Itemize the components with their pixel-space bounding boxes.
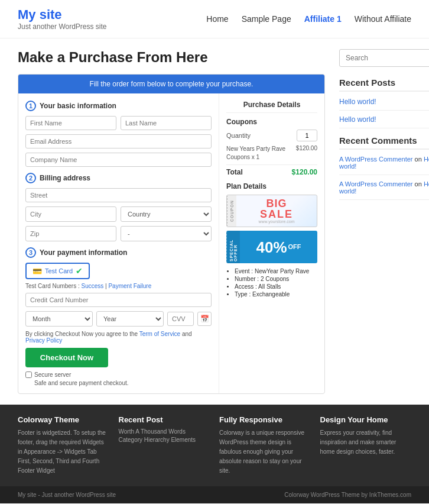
country-select[interactable]: Country <box>121 206 212 222</box>
name-row <box>25 116 212 130</box>
big-sale-text: BIG <box>266 198 287 209</box>
month-year-cvv-row: Month Year 📅 <box>25 311 212 327</box>
total-label: Total <box>226 168 243 176</box>
plan-title: Plan Details <box>226 182 317 190</box>
page-title: Make a Purchase From Here <box>18 49 325 66</box>
privacy-link[interactable]: Privacy Policy <box>25 337 62 344</box>
comment-author-0[interactable]: A WordPress Commenter <box>339 156 413 163</box>
email-input[interactable] <box>25 134 212 148</box>
city-country-row: Country <box>25 206 212 222</box>
footer-col2: Recent Post Worth A Thousand Words Categ… <box>119 415 210 476</box>
total-row: Total $120.00 <box>226 164 317 176</box>
comment-author-1[interactable]: A WordPress Commenter <box>339 180 413 188</box>
coupon1-side-label: COUPON <box>227 195 236 227</box>
firstname-input[interactable] <box>25 116 116 130</box>
cvv-input[interactable] <box>167 312 194 326</box>
company-row <box>25 153 212 167</box>
coupon-40off: SPECIAL OFFER 40% OFF <box>226 231 317 263</box>
calendar-icon[interactable]: 📅 <box>197 312 212 326</box>
sidebar: 🔍 Recent Posts Hello world! Hello world!… <box>339 49 429 394</box>
main-wrapper: Make a Purchase From Here Fill the order… <box>0 38 429 405</box>
header: My site Just another WordPress site Home… <box>0 0 429 38</box>
nav-home[interactable]: Home <box>206 14 228 24</box>
zip-row: - <box>25 226 212 241</box>
comment-item-0: A WordPress Commenter on Hello world! <box>339 156 429 175</box>
city-input[interactable] <box>25 206 116 222</box>
test-card-btn[interactable]: 💳 Test Card ✔ <box>25 263 90 279</box>
terms-link[interactable]: Term of Service <box>139 331 180 337</box>
footer-col2-link-1[interactable]: Category Hierarchy Elements <box>119 437 210 443</box>
post-link-1[interactable]: Hello world! <box>339 115 429 128</box>
total-price: $120.00 <box>292 168 317 176</box>
item-row: New Years Party Rave Coupons x 1 $120.00 <box>226 145 317 161</box>
form-right: Purchase Details Coupons Quantity New Ye… <box>219 93 324 393</box>
lastname-input[interactable] <box>121 116 212 130</box>
nav-sample-page[interactable]: Sample Page <box>242 14 291 24</box>
recent-comments-title: Recent Comments <box>339 135 429 150</box>
section3-label: Your payment information <box>40 248 127 257</box>
section2-label: Billing address <box>40 174 90 182</box>
company-input[interactable] <box>25 153 212 167</box>
section1-header: 1 Your basic information <box>25 101 212 111</box>
coupon2-side-label: SPECIAL OFFER <box>226 231 240 263</box>
footer-col3: Fully Responsive Colorway is a unique re… <box>219 415 311 476</box>
comment-item-1: A WordPress Commenter on Hello world! <box>339 180 429 200</box>
post-link-0[interactable]: Hello world! <box>339 98 429 111</box>
item-name: New Years Party Rave Coupons x 1 <box>226 145 293 161</box>
section1-num: 1 <box>25 101 36 111</box>
street-input[interactable] <box>25 188 212 202</box>
section1-label: Your basic information <box>40 102 116 110</box>
form-header: Fill the order form below to complete yo… <box>18 75 324 93</box>
footer-col1-text: Footer is widgetized. To setup the foote… <box>18 428 109 476</box>
footer-col3-title: Fully Responsive <box>219 415 311 424</box>
footer-bottom-left: My site - Just another WordPress site <box>18 492 116 498</box>
coupon2-off: OFF <box>288 244 301 250</box>
quantity-input[interactable] <box>297 130 317 141</box>
nav-affiliate1[interactable]: Affiliate 1 <box>304 14 342 24</box>
form-card: Fill the order form below to complete yo… <box>18 74 325 394</box>
coupon2-pct: 40% <box>256 240 287 255</box>
success-link[interactable]: Success <box>81 283 103 289</box>
card-icon: 💳 <box>32 267 42 276</box>
comment-on-1: on <box>415 180 424 188</box>
coupon-big-sale: COUPON BIG SALE www.yourstore.com <box>226 195 317 227</box>
email-row <box>25 134 212 148</box>
form-body: 1 Your basic information <box>18 93 324 393</box>
test-card-note: Test Card Numbers : Success | Payment Fa… <box>25 283 212 289</box>
coupon1-content: BIG SALE www.yourstore.com <box>236 195 317 227</box>
coupon2-content: 40% OFF <box>240 231 317 263</box>
purchase-title: Purchase Details <box>226 101 317 113</box>
site-tagline: Just another WordPress site <box>18 22 107 31</box>
zip-input[interactable] <box>25 226 116 241</box>
plan-detail-0: Event : NewYear Party Rave <box>235 268 317 274</box>
cc-input[interactable] <box>25 293 212 307</box>
street-row <box>25 188 212 202</box>
payment-failure-link[interactable]: Payment Failure <box>108 283 151 289</box>
secure-row: Secure server <box>25 371 212 378</box>
site-title: My site <box>18 7 107 22</box>
secure-label: Secure server <box>34 371 71 378</box>
quantity-label: Quantity <box>226 132 251 139</box>
main-nav: Home Sample Page Affiliate 1 Without Aff… <box>206 14 411 24</box>
year-select[interactable]: Year <box>96 311 164 327</box>
plan-detail-2: Access : All Stalls <box>235 283 317 290</box>
content-area: Make a Purchase From Here Fill the order… <box>18 49 325 394</box>
checkout-button[interactable]: Checkout Now <box>25 348 108 367</box>
footer-col4: Design Your Home Express your creativity… <box>320 415 412 476</box>
terms-text: By clicking Checkout Now you agree to th… <box>25 331 212 344</box>
sale-text: SALE <box>260 209 293 219</box>
footer-bottom-right[interactable]: Colorway WordPress Theme by InkThemes.co… <box>284 492 411 498</box>
footer-col2-link-0[interactable]: Worth A Thousand Words <box>119 428 210 435</box>
quantity-row: Quantity <box>226 130 317 141</box>
search-input[interactable] <box>339 49 429 67</box>
footer-col2-title: Recent Post <box>119 415 210 424</box>
check-icon: ✔ <box>76 266 83 276</box>
month-select[interactable]: Month <box>25 311 93 327</box>
zip-select[interactable]: - <box>121 226 212 241</box>
secure-checkbox[interactable] <box>25 371 32 378</box>
section2-header: 2 Billing address <box>25 173 212 183</box>
plan-detail-1: Number : 2 Coupons <box>235 276 317 282</box>
footer-bottom: My site - Just another WordPress site Co… <box>0 486 429 503</box>
nav-without-affiliate[interactable]: Without Affiliate <box>355 14 411 24</box>
plan-detail-3: Type : Exchangeable <box>235 291 317 298</box>
